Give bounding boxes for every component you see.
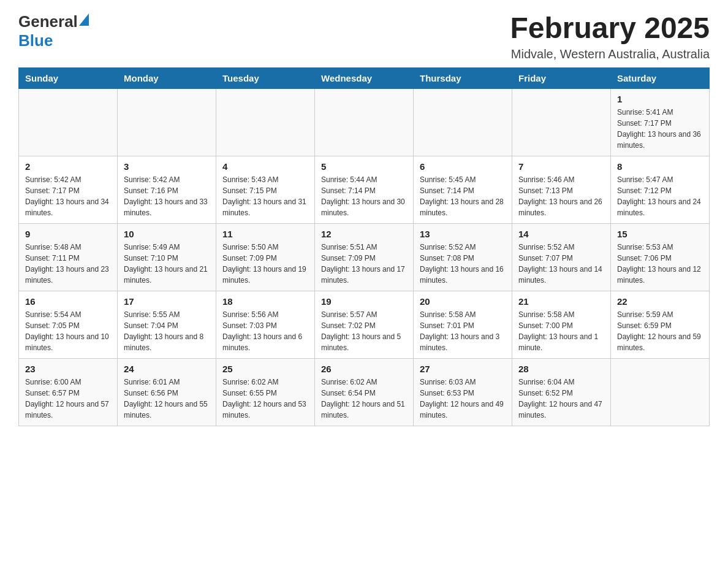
calendar-cell: 1Sunrise: 5:41 AMSunset: 7:17 PMDaylight… [611, 88, 710, 156]
day-number: 9 [25, 229, 111, 239]
day-info: Sunrise: 5:44 AMSunset: 7:14 PMDaylight:… [321, 174, 407, 218]
day-number: 1 [617, 94, 703, 104]
day-number: 20 [420, 296, 506, 307]
weekday-header-friday: Friday [512, 67, 611, 88]
calendar-cell [611, 358, 710, 426]
calendar-cell: 27Sunrise: 6:03 AMSunset: 6:53 PMDayligh… [414, 358, 512, 426]
day-number: 18 [222, 296, 308, 307]
day-info: Sunrise: 5:54 AMSunset: 7:05 PMDaylight:… [25, 309, 111, 353]
calendar-cell: 15Sunrise: 5:53 AMSunset: 7:06 PMDayligh… [611, 223, 710, 291]
day-number: 6 [420, 161, 506, 172]
calendar-cell [216, 88, 315, 156]
calendar-cell: 14Sunrise: 5:52 AMSunset: 7:07 PMDayligh… [512, 223, 611, 291]
calendar-cell [315, 88, 414, 156]
week-row-2: 2Sunrise: 5:42 AMSunset: 7:17 PMDaylight… [19, 156, 710, 223]
title-area: February 2025 Midvale, Western Australia… [510, 12, 710, 61]
weekday-header-thursday: Thursday [414, 67, 512, 88]
day-info: Sunrise: 6:01 AMSunset: 6:56 PMDaylight:… [124, 377, 210, 421]
logo-general-text: General [18, 12, 78, 31]
day-info: Sunrise: 5:55 AMSunset: 7:04 PMDaylight:… [124, 309, 210, 353]
calendar-cell: 2Sunrise: 5:42 AMSunset: 7:17 PMDaylight… [19, 156, 118, 223]
day-info: Sunrise: 6:02 AMSunset: 6:55 PMDaylight:… [222, 377, 308, 421]
day-info: Sunrise: 5:41 AMSunset: 7:17 PMDaylight:… [617, 107, 703, 151]
calendar-cell: 4Sunrise: 5:43 AMSunset: 7:15 PMDaylight… [216, 156, 315, 223]
calendar-cell [118, 88, 216, 156]
weekday-header-saturday: Saturday [611, 67, 710, 88]
day-info: Sunrise: 5:52 AMSunset: 7:07 PMDaylight:… [518, 242, 604, 286]
week-row-4: 16Sunrise: 5:54 AMSunset: 7:05 PMDayligh… [19, 291, 710, 358]
day-info: Sunrise: 5:56 AMSunset: 7:03 PMDaylight:… [222, 309, 308, 353]
calendar-cell: 11Sunrise: 5:50 AMSunset: 7:09 PMDayligh… [216, 223, 315, 291]
weekday-header-monday: Monday [118, 67, 216, 88]
day-number: 26 [321, 364, 407, 374]
day-info: Sunrise: 6:03 AMSunset: 6:53 PMDaylight:… [420, 377, 506, 421]
day-info: Sunrise: 5:57 AMSunset: 7:02 PMDaylight:… [321, 309, 407, 353]
weekday-header-wednesday: Wednesday [315, 67, 414, 88]
weekday-header-sunday: Sunday [19, 67, 118, 88]
weekday-header-tuesday: Tuesday [216, 67, 315, 88]
day-number: 25 [222, 364, 308, 374]
calendar-cell: 20Sunrise: 5:58 AMSunset: 7:01 PMDayligh… [414, 291, 512, 358]
calendar-title: February 2025 [510, 12, 710, 45]
calendar-cell: 12Sunrise: 5:51 AMSunset: 7:09 PMDayligh… [315, 223, 414, 291]
day-number: 15 [617, 229, 703, 239]
day-number: 4 [222, 161, 308, 172]
day-info: Sunrise: 6:02 AMSunset: 6:54 PMDaylight:… [321, 377, 407, 421]
calendar-cell: 13Sunrise: 5:52 AMSunset: 7:08 PMDayligh… [414, 223, 512, 291]
calendar-cell [414, 88, 512, 156]
day-number: 23 [25, 364, 111, 374]
calendar-cell: 18Sunrise: 5:56 AMSunset: 7:03 PMDayligh… [216, 291, 315, 358]
day-info: Sunrise: 5:52 AMSunset: 7:08 PMDaylight:… [420, 242, 506, 286]
day-number: 12 [321, 229, 407, 239]
calendar-cell: 26Sunrise: 6:02 AMSunset: 6:54 PMDayligh… [315, 358, 414, 426]
day-info: Sunrise: 5:51 AMSunset: 7:09 PMDaylight:… [321, 242, 407, 286]
calendar-cell: 10Sunrise: 5:49 AMSunset: 7:10 PMDayligh… [118, 223, 216, 291]
day-number: 10 [124, 229, 210, 239]
day-info: Sunrise: 5:45 AMSunset: 7:14 PMDaylight:… [420, 174, 506, 218]
calendar-cell: 28Sunrise: 6:04 AMSunset: 6:52 PMDayligh… [512, 358, 611, 426]
calendar-table: SundayMondayTuesdayWednesdayThursdayFrid… [18, 67, 710, 426]
day-number: 19 [321, 296, 407, 307]
day-info: Sunrise: 5:58 AMSunset: 7:00 PMDaylight:… [518, 309, 604, 353]
week-row-1: 1Sunrise: 5:41 AMSunset: 7:17 PMDaylight… [19, 88, 710, 156]
day-number: 14 [518, 229, 604, 239]
week-row-5: 23Sunrise: 6:00 AMSunset: 6:57 PMDayligh… [19, 358, 710, 426]
calendar-cell: 23Sunrise: 6:00 AMSunset: 6:57 PMDayligh… [19, 358, 118, 426]
calendar-cell: 6Sunrise: 5:45 AMSunset: 7:14 PMDaylight… [414, 156, 512, 223]
day-info: Sunrise: 5:42 AMSunset: 7:17 PMDaylight:… [25, 174, 111, 218]
day-number: 17 [124, 296, 210, 307]
weekday-header-row: SundayMondayTuesdayWednesdayThursdayFrid… [19, 67, 710, 88]
day-number: 21 [518, 296, 604, 307]
day-info: Sunrise: 5:47 AMSunset: 7:12 PMDaylight:… [617, 174, 703, 218]
day-number: 22 [617, 296, 703, 307]
day-number: 16 [25, 296, 111, 307]
calendar-cell [19, 88, 118, 156]
day-number: 7 [518, 161, 604, 172]
day-info: Sunrise: 5:43 AMSunset: 7:15 PMDaylight:… [222, 174, 308, 218]
logo: General Blue [18, 12, 89, 50]
day-number: 8 [617, 161, 703, 172]
logo-blue-text: Blue [18, 31, 53, 50]
day-number: 3 [124, 161, 210, 172]
day-number: 27 [420, 364, 506, 374]
calendar-cell: 9Sunrise: 5:48 AMSunset: 7:11 PMDaylight… [19, 223, 118, 291]
week-row-3: 9Sunrise: 5:48 AMSunset: 7:11 PMDaylight… [19, 223, 710, 291]
day-info: Sunrise: 5:48 AMSunset: 7:11 PMDaylight:… [25, 242, 111, 286]
day-info: Sunrise: 5:46 AMSunset: 7:13 PMDaylight:… [518, 174, 604, 218]
day-info: Sunrise: 5:50 AMSunset: 7:09 PMDaylight:… [222, 242, 308, 286]
day-info: Sunrise: 5:59 AMSunset: 6:59 PMDaylight:… [617, 309, 703, 353]
day-info: Sunrise: 5:49 AMSunset: 7:10 PMDaylight:… [124, 242, 210, 286]
day-number: 2 [25, 161, 111, 172]
calendar-cell: 22Sunrise: 5:59 AMSunset: 6:59 PMDayligh… [611, 291, 710, 358]
day-number: 11 [222, 229, 308, 239]
logo-triangle-icon [79, 13, 89, 26]
calendar-cell: 21Sunrise: 5:58 AMSunset: 7:00 PMDayligh… [512, 291, 611, 358]
day-number: 28 [518, 364, 604, 374]
page-header: General Blue February 2025 Midvale, West… [18, 12, 710, 61]
calendar-cell: 19Sunrise: 5:57 AMSunset: 7:02 PMDayligh… [315, 291, 414, 358]
day-number: 24 [124, 364, 210, 374]
calendar-cell [512, 88, 611, 156]
day-info: Sunrise: 5:42 AMSunset: 7:16 PMDaylight:… [124, 174, 210, 218]
calendar-cell: 3Sunrise: 5:42 AMSunset: 7:16 PMDaylight… [118, 156, 216, 223]
day-info: Sunrise: 5:53 AMSunset: 7:06 PMDaylight:… [617, 242, 703, 286]
